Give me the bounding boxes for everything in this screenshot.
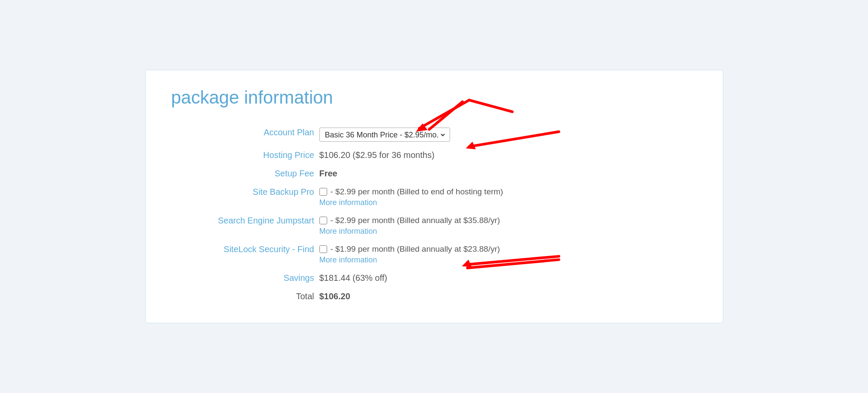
search-engine-checkbox-line: - $2.99 per month (Billed annually at $3… bbox=[319, 216, 695, 225]
savings-label: Savings bbox=[171, 269, 317, 287]
search-engine-label: Search Engine Jumpstart bbox=[171, 211, 317, 240]
account-plan-select[interactable]: Basic 36 Month Price - $2.95/mo. bbox=[323, 130, 446, 140]
site-backup-checkbox[interactable] bbox=[319, 188, 327, 196]
package-information-card: package information Account Plan Basic 3… bbox=[145, 70, 723, 323]
hosting-price-row: Hosting Price $106.20 ($2.95 for 36 mont… bbox=[171, 146, 697, 164]
account-plan-value: Basic 36 Month Price - $2.95/mo. bbox=[317, 123, 697, 146]
total-value: $106.20 bbox=[317, 287, 697, 306]
site-backup-checkbox-line: - $2.99 per month (Billed to end of host… bbox=[319, 187, 695, 196]
account-plan-select-wrapper: Basic 36 Month Price - $2.95/mo. bbox=[319, 128, 450, 142]
total-label: Total bbox=[171, 287, 317, 306]
hosting-price-label: Hosting Price bbox=[171, 146, 317, 164]
sitelock-checkbox-line: - $1.99 per month (Billed annually at $2… bbox=[319, 244, 695, 254]
sitelock-checkbox[interactable] bbox=[319, 245, 327, 253]
search-engine-checkbox[interactable] bbox=[319, 217, 327, 224]
savings-row: Savings $181.44 (63% off) bbox=[171, 269, 697, 287]
page-title: package information bbox=[171, 87, 697, 108]
sitelock-label: SiteLock Security - Find bbox=[171, 240, 317, 269]
setup-fee-row: Setup Fee Free bbox=[171, 164, 697, 183]
total-row: Total $106.20 bbox=[171, 287, 697, 306]
search-engine-more-info[interactable]: More information bbox=[319, 227, 695, 236]
savings-value: $181.44 (63% off) bbox=[317, 269, 697, 287]
setup-fee-value: Free bbox=[317, 164, 697, 183]
account-plan-row: Account Plan Basic 36 Month Price - $2.9… bbox=[171, 123, 697, 146]
site-backup-desc: - $2.99 per month (Billed to end of host… bbox=[331, 187, 503, 196]
site-backup-row: Site Backup Pro - $2.99 per month (Bille… bbox=[171, 183, 697, 211]
form-table: Account Plan Basic 36 Month Price - $2.9… bbox=[171, 123, 697, 306]
sitelock-value: - $1.99 per month (Billed annually at $2… bbox=[317, 240, 697, 269]
search-engine-row: Search Engine Jumpstart - $2.99 per mont… bbox=[171, 211, 697, 240]
site-backup-value: - $2.99 per month (Billed to end of host… bbox=[317, 183, 697, 211]
site-backup-more-info[interactable]: More information bbox=[319, 198, 695, 207]
sitelock-desc: - $1.99 per month (Billed annually at $2… bbox=[331, 244, 500, 254]
sitelock-more-info[interactable]: More information bbox=[319, 256, 695, 265]
account-plan-label: Account Plan bbox=[171, 123, 317, 146]
setup-fee-label: Setup Fee bbox=[171, 164, 317, 183]
site-backup-label: Site Backup Pro bbox=[171, 183, 317, 211]
search-engine-desc: - $2.99 per month (Billed annually at $3… bbox=[331, 216, 500, 225]
search-engine-value: - $2.99 per month (Billed annually at $3… bbox=[317, 211, 697, 240]
hosting-price-value: $106.20 ($2.95 for 36 months) bbox=[317, 146, 697, 164]
sitelock-row: SiteLock Security - Find - $1.99 per mon… bbox=[171, 240, 697, 269]
